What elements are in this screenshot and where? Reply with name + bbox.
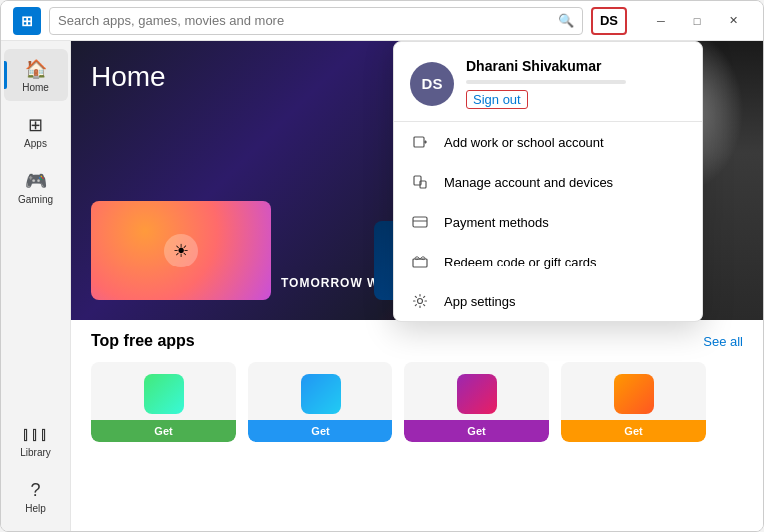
search-bar[interactable]: 🔍 bbox=[49, 7, 583, 35]
sidebar: 🏠 Home ⊞ Apps 🎮 Gaming ⫿⫿⫿ Library ? Hel… bbox=[1, 41, 71, 531]
sidebar-item-library[interactable]: ⫿⫿⫿ Library bbox=[4, 415, 68, 467]
dropdown-header: DS Dharani Shivakumar Sign out bbox=[394, 42, 702, 121]
main-layout: 🏠 Home ⊞ Apps 🎮 Gaming ⫿⫿⫿ Library ? Hel… bbox=[1, 41, 763, 531]
sidebar-item-apps[interactable]: ⊞ Apps bbox=[4, 105, 68, 157]
app-window: ⊞ 🔍 DS ─ □ ✕ 🏠 Home ⊞ Apps 🎮 Gamin bbox=[0, 0, 764, 532]
gaming-icon: 🎮 bbox=[25, 170, 47, 192]
sidebar-apps-label: Apps bbox=[24, 138, 47, 149]
search-input[interactable] bbox=[58, 13, 552, 28]
payment-label: Payment methods bbox=[444, 215, 549, 230]
sidebar-help-label: Help bbox=[25, 503, 46, 514]
close-button[interactable]: ✕ bbox=[715, 1, 751, 41]
app-settings-label: App settings bbox=[444, 294, 516, 309]
user-info: Dharani Shivakumar Sign out bbox=[466, 58, 626, 109]
settings-icon bbox=[410, 291, 430, 311]
avatar: DS bbox=[410, 62, 454, 106]
sidebar-item-gaming[interactable]: 🎮 Gaming bbox=[4, 161, 68, 213]
dropdown-item-payment[interactable]: Payment methods bbox=[394, 202, 702, 242]
dropdown-menu: DS Dharani Shivakumar Sign out bbox=[393, 41, 703, 322]
user-name: Dharani Shivakumar bbox=[466, 58, 626, 74]
sidebar-gaming-label: Gaming bbox=[18, 194, 53, 205]
sign-out-button[interactable]: Sign out bbox=[466, 90, 528, 109]
redeem-icon bbox=[410, 252, 430, 271]
manage-account-label: Manage account and devices bbox=[444, 175, 613, 190]
add-work-label: Add work or school account bbox=[444, 135, 604, 150]
dropdown-item-add-work[interactable]: Add work or school account bbox=[394, 122, 702, 162]
svg-rect-5 bbox=[413, 217, 427, 227]
sidebar-item-help[interactable]: ? Help bbox=[4, 471, 68, 523]
library-icon: ⫿⫿⫿ bbox=[22, 424, 49, 445]
manage-account-icon bbox=[410, 172, 430, 192]
dropdown-overlay: DS Dharani Shivakumar Sign out bbox=[71, 41, 763, 531]
profile-button[interactable]: DS bbox=[591, 7, 627, 35]
svg-point-8 bbox=[418, 299, 423, 304]
svg-rect-7 bbox=[413, 259, 427, 267]
minimize-button[interactable]: ─ bbox=[643, 1, 679, 41]
apps-icon: ⊞ bbox=[28, 114, 43, 136]
search-icon: 🔍 bbox=[558, 13, 574, 28]
store-logo: ⊞ bbox=[13, 7, 41, 35]
dropdown-item-redeem[interactable]: Redeem code or gift cards bbox=[394, 242, 702, 281]
redeem-label: Redeem code or gift cards bbox=[444, 255, 596, 269]
payment-icon bbox=[410, 212, 430, 232]
svg-rect-0 bbox=[414, 137, 424, 147]
sidebar-home-label: Home bbox=[22, 82, 49, 93]
window-controls: ─ □ ✕ bbox=[643, 1, 751, 41]
sidebar-item-home[interactable]: 🏠 Home bbox=[4, 49, 68, 101]
content-area: Home AMAZON ORIGINAL OUT REMORS... ☀ TOM… bbox=[71, 41, 763, 531]
dropdown-item-manage-account[interactable]: Manage account and devices bbox=[394, 162, 702, 202]
titlebar: ⊞ 🔍 DS ─ □ ✕ bbox=[1, 1, 763, 41]
maximize-button[interactable]: □ bbox=[679, 1, 715, 41]
help-icon: ? bbox=[30, 480, 40, 501]
home-icon: 🏠 bbox=[25, 58, 47, 80]
dropdown-item-app-settings[interactable]: App settings bbox=[394, 281, 702, 321]
add-work-icon bbox=[410, 132, 430, 152]
sidebar-library-label: Library bbox=[20, 447, 51, 458]
email-bar bbox=[466, 80, 626, 84]
